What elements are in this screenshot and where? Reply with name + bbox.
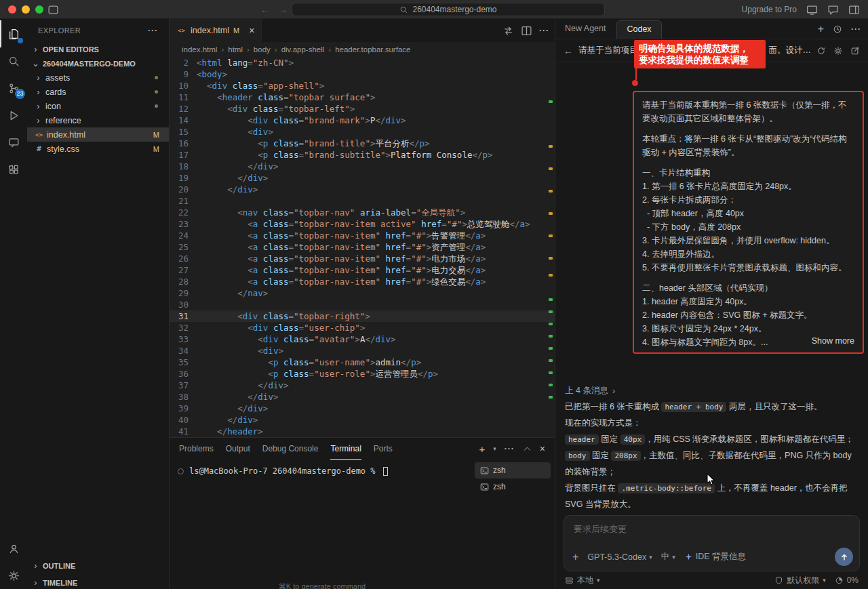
code-line-21[interactable]: 21 [170,195,555,207]
code-line-17[interactable]: 17 <p class="brand-subtitle">Platform Co… [170,149,555,161]
code-line-25[interactable]: 25 <a class="topbar-nav-item" href="#">资… [170,241,555,253]
editor-more-actions-icon[interactable]: ··· [539,26,549,35]
close-panel-icon[interactable]: × [540,443,545,454]
code-line-31[interactable]: 31 <div class="topbar-right"> [170,310,555,322]
window-layout-icon[interactable] [47,4,59,16]
code-line-39[interactable]: 39 </div> [170,403,555,414]
panel-tab-output[interactable]: Output [226,438,250,460]
outline-section[interactable]: › OUTLINE [27,558,169,573]
panel-tab-terminal[interactable]: Terminal [330,438,361,460]
back-button[interactable]: ← [260,5,269,15]
activity-bar-chat[interactable] [0,129,27,156]
model-selector[interactable]: GPT-5.3-Codex ▾ [587,552,652,562]
open-changes-icon[interactable] [502,25,514,37]
history-clock-icon[interactable] [833,24,842,34]
activity-bar-account[interactable] [0,535,27,562]
code-line-20[interactable]: 20 </div> [170,184,555,195]
new-chat-plus-icon[interactable]: + [818,23,824,35]
code-line-9[interactable]: 9<body> [170,68,555,80]
terminal[interactable]: ls@MacBook-Pro-7 260404mastergo-demo % [178,466,388,476]
effort-selector[interactable]: 中 ▾ [661,551,675,563]
timeline-section[interactable]: › TIMELINE [27,575,169,589]
compose-icon[interactable] [850,46,860,56]
breadcrumb-item[interactable]: index.html [182,45,217,54]
code-line-10[interactable]: 10 <div class="app-shell"> [170,80,555,92]
editor-tab-index-html[interactable]: <> index.html M × [170,19,262,42]
send-button[interactable] [835,548,853,566]
codex-tab[interactable]: Codex [616,20,661,39]
activity-bar-search[interactable] [0,47,27,75]
retry-icon[interactable] [816,46,826,56]
code-line-2[interactable]: 2<html lang="zh-CN"> [170,57,555,68]
terminal-tab-zsh-0[interactable]: zsh [475,462,551,479]
permission-label[interactable]: 默认权限 [787,575,819,586]
code-line-37[interactable]: 37 </div> [170,380,555,391]
show-more-link[interactable]: Show more [806,334,854,348]
terminal-dropdown-icon[interactable]: ▾ [493,445,496,452]
code-line-41[interactable]: 41 </header> [170,426,555,437]
code-line-29[interactable]: 29 </nav> [170,287,555,299]
code-line-35[interactable]: 35 <p class="user-name">admin</p> [170,357,555,368]
code-line-40[interactable]: 40 </div> [170,414,555,426]
chat-bubble-icon[interactable] [827,4,839,16]
terminal-tab-zsh-1[interactable]: zsh [475,479,551,495]
split-editor-icon[interactable] [521,25,532,37]
tree-item-icon[interactable]: ›icon [27,99,169,113]
tree-item-assets[interactable]: ›assets [27,70,169,85]
new-terminal-button[interactable]: + [479,443,486,455]
back-arrow-icon[interactable]: ← [564,45,573,56]
code-line-22[interactable]: 22 <nav class="topbar-nav" aria-label="全… [170,207,555,218]
activity-bar-settings[interactable] [0,562,27,589]
ide-context-button[interactable]: IDE 背景信息 [684,551,746,563]
panel-tab-ports[interactable]: Ports [374,438,393,460]
open-editors-section[interactable]: › OPEN EDITORS [27,42,169,56]
code-line-12[interactable]: 12 <div class="topbar-left"> [170,103,555,115]
panel-more-actions-icon[interactable]: ··· [505,444,515,453]
screen-icon[interactable] [806,4,818,16]
activity-bar-source-control[interactable]: 23 [0,75,27,102]
code-line-32[interactable]: 32 <div class="user-chip"> [170,322,555,333]
breadcrumb-item[interactable]: html [228,45,243,54]
breadcrumb-item[interactable]: div.app-shell [281,45,325,54]
code-line-28[interactable]: 28 <a class="topbar-nav-item" href="#">绿… [170,276,555,287]
maximize-panel-icon[interactable] [523,445,532,453]
code-line-16[interactable]: 16 <p class="brand-title">平台分析</p> [170,138,555,149]
tree-item-cards[interactable]: ›cards [27,85,169,99]
close-window-button[interactable] [8,5,16,14]
attach-plus-icon[interactable]: + [572,551,578,563]
code-line-19[interactable]: 19 </div> [170,172,555,184]
gear-icon[interactable] [833,46,843,56]
code-line-11[interactable]: 11 <header class="topbar surface"> [170,92,555,103]
zoom-window-button[interactable] [35,5,43,14]
activity-bar-run-debug[interactable] [0,102,27,129]
codex-more-actions-icon[interactable]: ··· [851,24,861,34]
local-label[interactable]: 本地 [577,575,593,586]
usage-percent[interactable]: 0% [847,575,859,585]
forward-button[interactable]: → [279,5,288,15]
activity-bar-explorer[interactable] [0,20,27,47]
explorer-more-actions-icon[interactable]: ··· [148,26,158,35]
code-line-38[interactable]: 38 </div> [170,391,555,403]
chat-input[interactable] [564,516,859,542]
code-line-15[interactable]: 15 <div> [170,126,555,138]
upgrade-to-pro-button[interactable]: Upgrade to Pro [742,5,797,14]
code-line-24[interactable]: 24 <a class="topbar-nav-item" href="#">告… [170,230,555,241]
command-center-search[interactable]: 260404mastergo-demo [292,3,605,16]
code-line-27[interactable]: 27 <a class="topbar-nav-item" href="#">电… [170,264,555,276]
code-line-30[interactable]: 30 [170,299,555,310]
older-messages-link[interactable]: 上 4 条消息 › [565,385,615,397]
layout-columns-icon[interactable] [848,4,860,16]
code-line-18[interactable]: 18 </div> [170,161,555,172]
panel-tab-debug-console[interactable]: Debug Console [262,438,319,460]
tree-item-index.html[interactable]: <>index.htmlM [27,127,169,142]
activity-bar-extensions[interactable] [0,156,27,183]
tree-item-reference[interactable]: ›reference [27,113,169,127]
code-line-23[interactable]: 23 <a class="topbar-nav-item active" hre… [170,218,555,230]
panel-tab-problems[interactable]: Problems [179,438,214,460]
code-line-36[interactable]: 36 <p class="user-role">运营管理员</p> [170,368,555,380]
tree-item-style.css[interactable]: #style.cssM [27,142,169,156]
code-line-26[interactable]: 26 <a class="topbar-nav-item" href="#">电… [170,253,555,264]
code-line-14[interactable]: 14 <div class="brand-mark">P</div> [170,115,555,126]
minimize-window-button[interactable] [22,5,30,14]
breadcrumb-item[interactable]: header.topbar.surface [335,45,410,54]
